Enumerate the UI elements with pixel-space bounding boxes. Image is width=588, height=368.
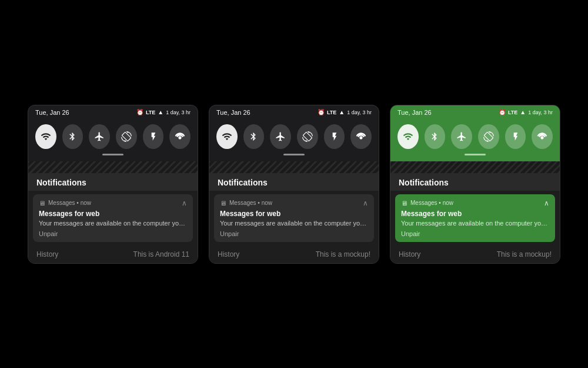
notif-action-1[interactable]: Unpair bbox=[39, 230, 187, 237]
notif-title-2: Messages for web bbox=[220, 210, 368, 218]
airplane-btn-3[interactable] bbox=[451, 124, 472, 149]
qs-handle-3 bbox=[465, 154, 486, 155]
notif-body-1: Your messages are available on the compu… bbox=[39, 220, 187, 227]
flashlight-btn-3[interactable] bbox=[505, 124, 526, 149]
status-icons-1: ⏰ LTE ▲ 1 day, 3 hr bbox=[136, 109, 191, 115]
notif-title-3: Messages for web bbox=[401, 210, 549, 218]
status-date-2: Tue, Jan 26 bbox=[216, 109, 250, 116]
flashlight-btn-1[interactable] bbox=[143, 124, 164, 149]
bottom-label-1: This is Android 11 bbox=[133, 250, 189, 258]
signal-icon-3: ▲ bbox=[520, 109, 526, 115]
notifications-section-2: Notifications 🖥 Messages • now ∧ Message… bbox=[209, 173, 379, 263]
hatch-area-3 bbox=[390, 161, 560, 173]
time-text-3: 1 day, 3 hr bbox=[528, 110, 553, 115]
hotspot-btn-2[interactable] bbox=[350, 124, 372, 149]
status-icons-2: ⏰ LTE ▲ 1 day, 3 hr bbox=[318, 109, 372, 115]
notification-card-2: 🖥 Messages • now ∧ Messages for web Your… bbox=[214, 194, 374, 242]
notifications-header-3: Notifications bbox=[390, 173, 560, 191]
lte-icon-1: LTE bbox=[146, 110, 155, 115]
notif-action-3[interactable]: Unpair bbox=[401, 230, 549, 237]
status-bar-1: Tue, Jan 26 ⏰ LTE ▲ 1 day, 3 hr bbox=[28, 105, 198, 118]
bluetooth-btn-2[interactable] bbox=[243, 124, 265, 149]
hatch-area-1 bbox=[28, 161, 198, 173]
qs-icons-1 bbox=[35, 124, 191, 149]
wifi-btn-1[interactable] bbox=[35, 124, 56, 149]
notif-app-1: 🖥 Messages • now bbox=[39, 200, 91, 207]
qs-handle-2 bbox=[283, 154, 305, 155]
rotate-btn-2[interactable] bbox=[297, 124, 318, 149]
notifications-section-3: Notifications 🖥 Messages • now ∧ Message… bbox=[390, 173, 560, 263]
airplane-btn-2[interactable] bbox=[270, 124, 291, 149]
hotspot-btn-3[interactable] bbox=[532, 124, 553, 149]
signal-icon-1: ▲ bbox=[158, 109, 163, 115]
qs-handle-1 bbox=[102, 154, 123, 155]
alarm-icon-3: ⏰ bbox=[499, 109, 506, 115]
history-bar-3: History This is a mockup! bbox=[390, 246, 560, 263]
notif-chevron-3: ∧ bbox=[544, 199, 549, 207]
notif-app-name-1: Messages • now bbox=[48, 200, 91, 206]
notif-chevron-2: ∧ bbox=[363, 199, 368, 207]
notif-app-2: 🖥 Messages • now bbox=[220, 200, 272, 207]
wifi-btn-2[interactable] bbox=[216, 124, 238, 149]
time-text-2: 1 day, 3 hr bbox=[347, 110, 372, 115]
signal-icon-2: ▲ bbox=[339, 109, 345, 115]
phones-container: Tue, Jan 26 ⏰ LTE ▲ 1 day, 3 hr bbox=[28, 105, 560, 264]
notifications-header-1: Notifications bbox=[28, 173, 198, 191]
phone-mockup-1: Tue, Jan 26 ⏰ LTE ▲ 1 day, 3 hr bbox=[28, 105, 198, 264]
lte-icon-2: LTE bbox=[327, 110, 336, 115]
bottom-label-2: This is a mockup! bbox=[316, 250, 370, 258]
phone-mockup-3: Tue, Jan 26 ⏰ LTE ▲ 1 day, 3 hr bbox=[390, 105, 560, 264]
notif-meta-1: 🖥 Messages • now ∧ bbox=[39, 199, 187, 207]
quick-settings-1 bbox=[28, 118, 198, 161]
messages-icon-2: 🖥 bbox=[220, 200, 226, 207]
quick-settings-3 bbox=[390, 118, 560, 161]
rotate-btn-3[interactable] bbox=[478, 124, 499, 149]
notif-action-2[interactable]: Unpair bbox=[220, 230, 368, 237]
notif-meta-3: 🖥 Messages • now ∧ bbox=[401, 199, 549, 207]
history-label-1: History bbox=[36, 250, 58, 258]
notifications-section-1: Notifications 🖥 Messages • now ∧ Message… bbox=[28, 173, 198, 263]
time-text-1: 1 day, 3 hr bbox=[166, 110, 191, 115]
history-label-2: History bbox=[218, 250, 239, 258]
notif-body-2: Your messages are available on the compu… bbox=[220, 220, 368, 227]
notif-meta-2: 🖥 Messages • now ∧ bbox=[220, 199, 368, 207]
alarm-icon-1: ⏰ bbox=[136, 109, 143, 115]
notif-chevron-1: ∧ bbox=[182, 199, 187, 207]
wifi-btn-3[interactable] bbox=[397, 124, 419, 149]
status-date-3: Tue, Jan 26 bbox=[397, 109, 432, 116]
status-icons-3: ⏰ LTE ▲ 1 day, 3 hr bbox=[499, 109, 553, 115]
history-label-3: History bbox=[399, 250, 420, 258]
qs-icons-2 bbox=[216, 124, 372, 149]
flashlight-btn-2[interactable] bbox=[324, 124, 345, 149]
notification-card-1: 🖥 Messages • now ∧ Messages for web Your… bbox=[33, 194, 193, 242]
notif-title-1: Messages for web bbox=[39, 210, 187, 218]
status-bar-2: Tue, Jan 26 ⏰ LTE ▲ 1 day, 3 hr bbox=[209, 105, 379, 118]
messages-icon-3: 🖥 bbox=[401, 200, 407, 207]
qs-icons-3 bbox=[397, 124, 553, 149]
airplane-btn-1[interactable] bbox=[89, 124, 110, 149]
notification-card-3: 🖥 Messages • now ∧ Messages for web Your… bbox=[395, 194, 555, 242]
bluetooth-btn-1[interactable] bbox=[62, 124, 83, 149]
phone-mockup-2: Tue, Jan 26 ⏰ LTE ▲ 1 day, 3 hr bbox=[209, 105, 379, 264]
history-bar-1: History This is Android 11 bbox=[28, 246, 198, 263]
rotate-btn-1[interactable] bbox=[116, 124, 137, 149]
notifications-header-2: Notifications bbox=[209, 173, 379, 191]
notif-app-3: 🖥 Messages • now bbox=[401, 200, 453, 207]
status-bar-3: Tue, Jan 26 ⏰ LTE ▲ 1 day, 3 hr bbox=[390, 105, 560, 118]
messages-icon-1: 🖥 bbox=[39, 200, 45, 207]
lte-icon-3: LTE bbox=[508, 110, 517, 115]
notif-app-name-2: Messages • now bbox=[229, 200, 272, 206]
bottom-label-3: This is a mockup! bbox=[497, 250, 552, 258]
alarm-icon-2: ⏰ bbox=[318, 109, 325, 115]
bluetooth-btn-3[interactable] bbox=[425, 124, 446, 149]
hatch-area-2 bbox=[209, 161, 379, 173]
history-bar-2: History This is a mockup! bbox=[209, 246, 379, 263]
status-date-1: Tue, Jan 26 bbox=[35, 109, 69, 116]
notif-body-3: Your messages are available on the compu… bbox=[401, 220, 549, 227]
hotspot-btn-1[interactable] bbox=[169, 124, 191, 149]
quick-settings-2 bbox=[209, 118, 379, 161]
notif-app-name-3: Messages • now bbox=[410, 200, 453, 206]
